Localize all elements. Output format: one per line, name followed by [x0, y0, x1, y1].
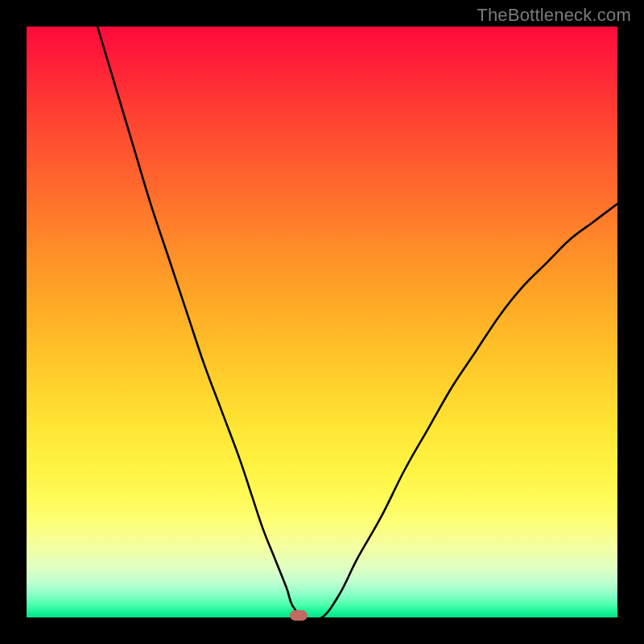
- minimum-marker: [290, 610, 308, 621]
- bottleneck-curve: [27, 27, 617, 617]
- watermark-text: TheBottleneck.com: [477, 5, 631, 26]
- plot-area: [27, 27, 617, 617]
- chart-frame: TheBottleneck.com: [0, 0, 644, 644]
